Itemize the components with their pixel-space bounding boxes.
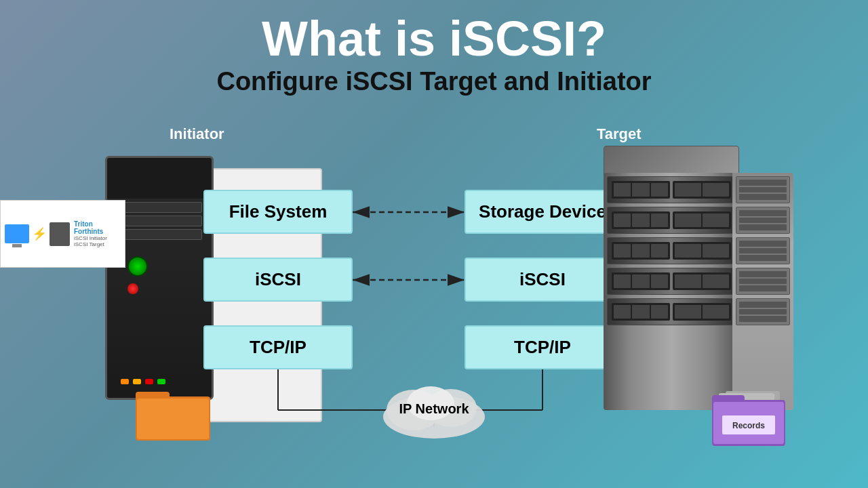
thumb-label-brand: Triton Forthints <box>74 220 121 235</box>
diagram: File System iSCSI TCP/IP Storage Device … <box>0 142 868 481</box>
thumb-icons: ⚡ <box>5 222 70 246</box>
rack-side-unit-2 <box>736 207 790 234</box>
rack-side-unit-1 <box>736 176 790 203</box>
initiator-tower <box>105 156 214 400</box>
led-3 <box>145 379 153 384</box>
sub-title: Configure iSCSI Target and Initiator <box>0 67 868 96</box>
thumb-pc-icon <box>5 224 29 243</box>
box-iscsi-target: iSCSI <box>465 258 620 302</box>
box-tcpip-target: TCP/IP <box>465 325 620 369</box>
box-filesystem-initiator: File System <box>203 190 353 234</box>
led-2 <box>133 379 141 384</box>
rack-side-unit-5 <box>736 298 790 325</box>
rack-slot-3a <box>612 242 670 260</box>
rack-unit-2 <box>607 207 736 234</box>
initiator-label: Initiator <box>170 125 224 143</box>
rack-slot-5a <box>612 303 670 321</box>
tower-drive-1 <box>121 202 202 213</box>
title-area: What is iSCSI? Configure iSCSI Target an… <box>0 0 868 96</box>
rack-slot-3b <box>673 242 731 260</box>
rack-slot-4b <box>673 272 731 290</box>
svg-text:Records: Records <box>732 421 765 430</box>
thumb-server-icon <box>50 222 70 246</box>
thumb-arrow-icon: ⚡ <box>32 226 47 241</box>
tower-body <box>105 156 214 400</box>
cloud-label: IP Network <box>399 401 469 417</box>
rack-top <box>604 146 739 176</box>
box-storage-target: Storage Device <box>465 190 620 234</box>
main-title: What is iSCSI? <box>0 12 868 66</box>
folder-purple-icon: Records <box>712 390 787 451</box>
led-1 <box>121 379 129 384</box>
rack-side <box>732 173 793 410</box>
svg-rect-11 <box>137 399 209 439</box>
rack-unit-1 <box>607 176 736 203</box>
thumb-label-initiator: iSCSI Initiator <box>74 235 121 241</box>
box-tcpip-initiator: TCP/IP <box>203 325 353 369</box>
rack-slot-1b <box>673 181 731 199</box>
rack-unit-5 <box>607 298 736 325</box>
rack-slot-5b <box>673 303 731 321</box>
rack-main <box>604 173 739 410</box>
rack-slot-2a <box>612 211 670 229</box>
box-iscsi-initiator: iSCSI <box>203 258 353 302</box>
red-button <box>127 283 138 294</box>
rack-unit-3 <box>607 237 736 264</box>
target-rack <box>604 146 793 410</box>
power-button <box>127 256 148 277</box>
tower-drive-3 <box>121 229 202 240</box>
rack-unit-4 <box>607 268 736 295</box>
rack-slot-4a <box>612 272 670 290</box>
rack-side-unit-4 <box>736 268 790 295</box>
thumbnail-overlay: ⚡ Triton Forthints iSCSI Initiator iSCSI… <box>0 200 125 268</box>
tower-leds <box>121 379 165 384</box>
rack-slot-2b <box>673 211 731 229</box>
led-4 <box>157 379 165 384</box>
rack-side-unit-3 <box>736 237 790 264</box>
tower-top <box>107 158 212 199</box>
tower-drive-2 <box>121 216 202 226</box>
folder-orange-icon <box>136 386 210 444</box>
target-label: Target <box>597 125 642 143</box>
rack-slot-1a <box>612 181 670 199</box>
thumb-label-target: iSCSI Target <box>74 241 121 247</box>
